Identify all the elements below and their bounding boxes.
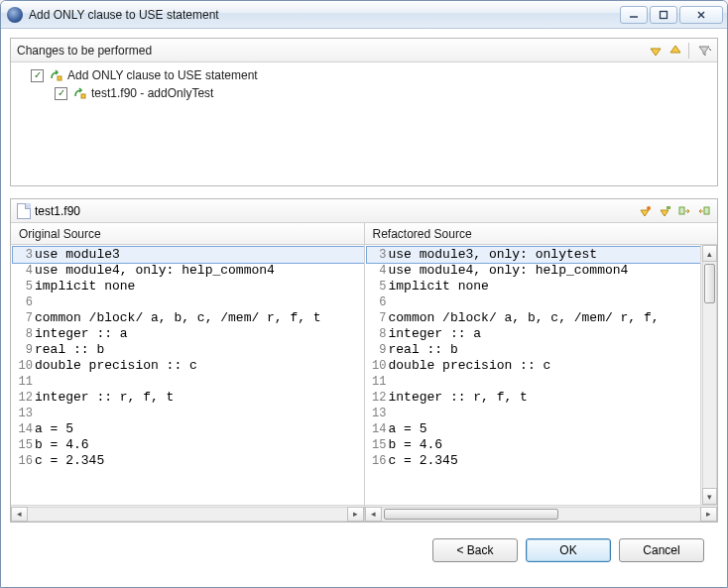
tree-checkbox[interactable] <box>31 69 44 82</box>
scroll-right-icon[interactable]: ▸ <box>347 507 364 522</box>
code-text: use module3 <box>35 247 120 263</box>
code-line[interactable]: 15b = 4.6 <box>13 437 364 453</box>
client-area: Changes to be performed Add ONLY clause … <box>1 29 727 587</box>
right-horizontal-scrollbar[interactable]: ◂ ▸ <box>365 505 718 522</box>
cancel-button[interactable]: Cancel <box>619 538 704 562</box>
code-text: use module3, only: onlytest <box>389 247 598 263</box>
code-line[interactable]: 16c = 2.345 <box>367 453 701 469</box>
code-line[interactable]: 8integer :: a <box>13 326 364 342</box>
code-line[interactable]: 13 <box>13 406 364 421</box>
line-number: 13 <box>367 406 389 421</box>
changes-tree[interactable]: Add ONLY clause to USE statementtest1.f9… <box>11 62 717 185</box>
svg-point-6 <box>647 206 651 210</box>
line-number: 10 <box>13 358 35 374</box>
filter-icon[interactable] <box>695 42 713 59</box>
left-horizontal-scrollbar[interactable]: ◂ ▸ <box>11 505 364 522</box>
ok-button[interactable]: OK <box>526 538 611 562</box>
line-number: 4 <box>367 263 389 279</box>
code-line[interactable]: 6 <box>367 294 701 310</box>
code-line[interactable]: 6 <box>13 294 364 310</box>
line-number: 12 <box>367 390 389 406</box>
code-text: common /block/ a, b, c, /mem/ r, f, t <box>35 310 321 326</box>
line-number: 16 <box>13 453 35 469</box>
code-line[interactable]: 14a = 5 <box>367 421 701 437</box>
code-line[interactable]: 15b = 4.6 <box>367 437 701 453</box>
code-text: common /block/ a, b, c, /mem/ r, f, <box>389 310 660 326</box>
close-button[interactable] <box>679 6 723 24</box>
code-line[interactable]: 12integer :: r, f, t <box>367 390 701 406</box>
line-number: 5 <box>367 279 389 294</box>
tree-item[interactable]: Add ONLY clause to USE statement <box>17 66 711 84</box>
copy-left-to-right-icon[interactable] <box>675 202 693 220</box>
left-source-header: Original Source <box>11 223 365 244</box>
code-line[interactable]: 9real :: b <box>367 342 701 358</box>
svg-rect-1 <box>661 11 667 18</box>
svg-rect-5 <box>81 94 85 98</box>
code-text: double precision :: c <box>389 358 551 374</box>
left-code-pane[interactable]: 3use module34use module4, only: help_com… <box>11 245 365 522</box>
code-line[interactable]: 5implicit none <box>367 279 701 294</box>
code-line[interactable]: 16c = 2.345 <box>13 453 364 469</box>
code-line[interactable]: 8integer :: a <box>367 326 701 342</box>
code-line[interactable]: 4use module4, only: help_common4 <box>13 263 364 279</box>
code-text: integer :: a <box>35 326 128 342</box>
line-number: 14 <box>13 421 35 437</box>
scroll-up-icon[interactable]: ▴ <box>702 245 717 262</box>
code-text: real :: b <box>35 342 104 358</box>
code-line[interactable]: 13 <box>367 406 701 421</box>
code-line[interactable]: 3use module3, only: onlytest <box>367 247 701 263</box>
titlebar[interactable]: Add ONLY clause to USE statement <box>1 1 727 29</box>
line-number: 8 <box>13 326 35 342</box>
compare-body: 3use module34use module4, only: help_com… <box>11 245 717 522</box>
prev-change-icon[interactable] <box>667 42 684 59</box>
code-line[interactable]: 7common /block/ a, b, c, /mem/ r, f, t <box>13 310 364 326</box>
code-text: b = 4.6 <box>389 437 443 453</box>
svg-rect-4 <box>58 76 61 80</box>
svg-rect-9 <box>704 207 709 214</box>
line-number: 15 <box>13 437 35 453</box>
copy-right-to-left-icon[interactable] <box>695 202 713 220</box>
app-icon <box>7 7 23 23</box>
code-line[interactable]: 14a = 5 <box>13 421 364 437</box>
right-code-pane[interactable]: 3use module3, only: onlytest4use module4… <box>365 245 718 522</box>
changes-panel-header: Changes to be performed <box>11 39 717 62</box>
line-number: 9 <box>367 342 389 358</box>
minimize-button[interactable] <box>620 6 648 24</box>
line-number: 14 <box>367 421 389 437</box>
tree-item[interactable]: test1.f90 - addOnlyTest <box>17 84 711 102</box>
code-line[interactable]: 4use module4, only: help_common4 <box>367 263 701 279</box>
code-line[interactable]: 11 <box>13 374 364 390</box>
line-number: 13 <box>13 406 35 421</box>
scroll-left-icon[interactable]: ◂ <box>11 507 28 522</box>
refactor-icon <box>48 67 63 83</box>
code-line[interactable]: 11 <box>367 374 701 390</box>
code-text: double precision :: c <box>35 358 197 374</box>
window-title: Add ONLY clause to USE statement <box>29 8 219 22</box>
line-number: 10 <box>367 358 389 374</box>
compare-next-change-icon[interactable] <box>656 202 673 220</box>
scroll-left-icon[interactable]: ◂ <box>365 507 382 522</box>
right-vertical-scrollbar[interactable]: ▴ ▾ <box>700 245 717 505</box>
code-line[interactable]: 12integer :: r, f, t <box>13 390 364 406</box>
tree-item-label: Add ONLY clause to USE statement <box>67 68 258 82</box>
code-line[interactable]: 10double precision :: c <box>367 358 701 374</box>
compare-next-diff-icon[interactable] <box>636 202 654 220</box>
code-line[interactable]: 3use module3 <box>13 247 364 263</box>
scroll-right-icon[interactable]: ▸ <box>700 507 717 522</box>
code-text: real :: b <box>389 342 458 358</box>
code-line[interactable]: 5implicit none <box>13 279 364 294</box>
maximize-button[interactable] <box>650 6 677 24</box>
code-text: implicit none <box>389 279 489 294</box>
code-line[interactable]: 7common /block/ a, b, c, /mem/ r, f, <box>367 310 701 326</box>
scroll-down-icon[interactable]: ▾ <box>702 488 717 505</box>
button-bar: < Back OK Cancel <box>10 523 718 578</box>
code-text: integer :: a <box>389 326 482 342</box>
code-line[interactable]: 10double precision :: c <box>13 358 364 374</box>
toolbar-separator <box>688 43 689 59</box>
next-change-icon[interactable] <box>647 42 665 59</box>
back-button[interactable]: < Back <box>432 538 518 562</box>
changes-panel: Changes to be performed Add ONLY clause … <box>10 38 718 186</box>
code-line[interactable]: 9real :: b <box>13 342 364 358</box>
file-header: test1.f90 <box>11 199 717 223</box>
tree-checkbox[interactable] <box>55 87 67 100</box>
